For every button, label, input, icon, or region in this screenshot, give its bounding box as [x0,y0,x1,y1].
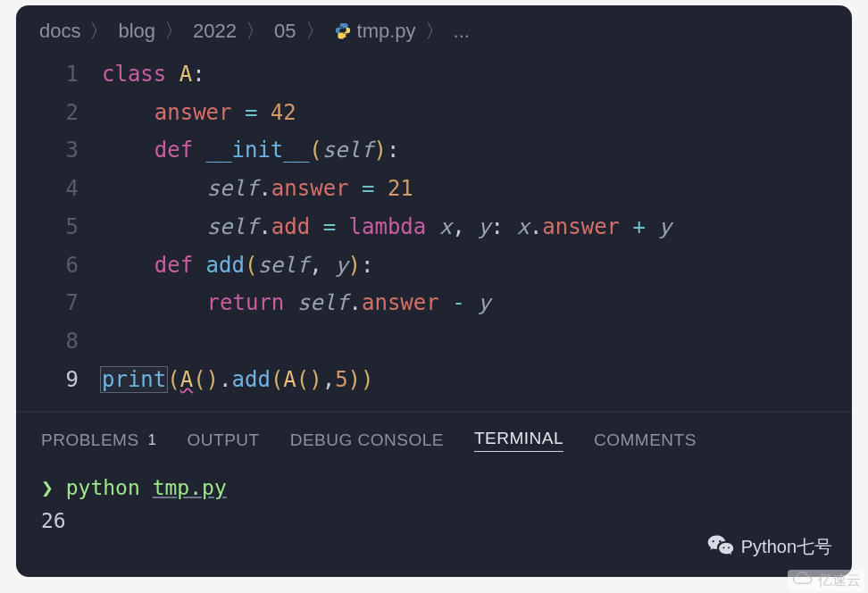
breadcrumb-item[interactable]: 05 [274,20,296,43]
tab-comments[interactable]: COMMENTS [594,429,697,452]
tab-label: TERMINAL [474,429,563,448]
terminal-arg: tmp.py [153,476,227,499]
code-line[interactable]: def __init__(self): [102,131,852,170]
line-number: 6 [16,246,102,285]
chevron-right-icon: 〉 [425,18,445,45]
tab-label: OUTPUT [188,430,260,450]
problems-badge: 1 [148,431,157,449]
tab-debug-console[interactable]: DEBUG CONSOLE [290,429,444,452]
line-number: 1 [16,55,102,94]
breadcrumb[interactable]: docs 〉 blog 〉 2022 〉 05 〉 tmp.py 〉 ... [16,5,852,52]
code-editor[interactable]: 1class A: 2 answer = 42 3 def __init__(s… [16,52,852,411]
breadcrumb-more[interactable]: ... [454,20,470,43]
tab-terminal[interactable]: TERMINAL [474,429,563,452]
code-line[interactable]: answer = 42 [102,94,852,132]
line-number: 3 [16,131,102,170]
chevron-right-icon: 〉 [164,18,184,45]
line-number: 7 [16,284,102,322]
tab-label: COMMENTS [594,430,697,450]
line-number: 2 [16,94,102,132]
code-line[interactable]: self.answer = 21 [102,170,852,208]
breadcrumb-file[interactable]: tmp.py [357,20,416,43]
site-label: 亿速云 [818,572,861,590]
breadcrumb-item[interactable]: blog [118,20,155,43]
code-line[interactable]: def add(self, y): [102,246,852,285]
wechat-label: Python七号 [741,535,832,559]
terminal-line: ❯ python tmp.py [41,472,827,505]
site-watermark: 亿速云 [788,570,864,591]
breadcrumb-item[interactable]: docs [39,20,80,43]
line-number: 8 [16,322,102,361]
tab-output[interactable]: OUTPUT [188,429,260,452]
chevron-right-icon: 〉 [305,18,325,45]
tab-problems[interactable]: PROBLEMS 1 [41,429,157,452]
code-line[interactable]: print(A().add(A(),5)) [102,361,852,399]
chevron-right-icon: 〉 [89,18,109,45]
line-number: 4 [16,170,102,208]
code-line[interactable]: self.add = lambda x, y: x.answer + y [102,208,852,246]
breadcrumb-item[interactable]: 2022 [193,20,237,43]
line-number: 9 [16,361,102,399]
panel-tabs: PROBLEMS 1 OUTPUT DEBUG CONSOLE TERMINAL… [16,413,852,461]
line-number: 5 [16,208,102,246]
tab-label: PROBLEMS [41,430,139,450]
chevron-right-icon: 〉 [246,18,265,45]
prompt-icon: ❯ [41,476,54,499]
terminal-command: python [66,476,140,499]
editor-window: docs 〉 blog 〉 2022 〉 05 〉 tmp.py 〉 ... 1… [16,5,852,577]
code-line[interactable]: class A: [102,55,852,94]
cloud-icon [791,571,814,590]
wechat-watermark: Python七号 [707,533,832,561]
code-line[interactable] [102,322,852,361]
tab-label: DEBUG CONSOLE [290,430,444,450]
code-line[interactable]: return self.answer - y [102,284,852,322]
wechat-icon [707,533,734,561]
python-icon [334,20,352,43]
